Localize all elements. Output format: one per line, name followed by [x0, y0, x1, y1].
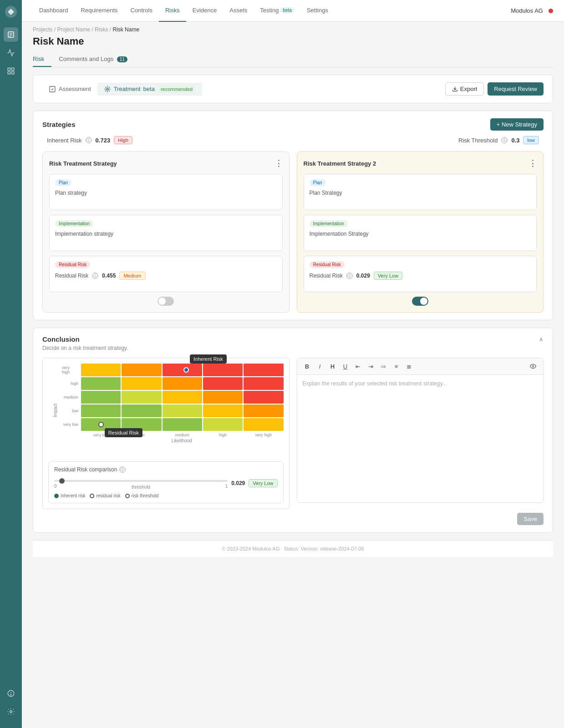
- toolbar-align-center[interactable]: ⇥: [366, 361, 376, 372]
- cell-1-4: [244, 377, 283, 390]
- strategy-1-more-icon[interactable]: ⋮: [274, 158, 283, 168]
- request-review-button[interactable]: Request Review: [488, 82, 544, 96]
- strategy-1-plan-text: Plan strategy: [55, 190, 277, 196]
- strategies-card: Strategies + New Strategy Inherent Risk …: [33, 111, 553, 320]
- svg-point-16: [532, 365, 534, 367]
- strategy-2-residual-label: Residual Risk: [310, 261, 345, 268]
- save-button[interactable]: Save: [517, 513, 544, 525]
- nav-requirements[interactable]: Requirements: [75, 0, 124, 22]
- inherent-risk-info-icon[interactable]: ⓘ: [86, 137, 92, 143]
- toolbar-heading[interactable]: H: [327, 361, 338, 372]
- toolbar-list-unordered[interactable]: ≣: [404, 361, 415, 372]
- risk-threshold-badge: low: [523, 136, 539, 144]
- tab-comments[interactable]: Comments and Logs 11: [59, 52, 135, 67]
- inherent-risk-badge: High: [114, 136, 132, 144]
- toolbar-preview[interactable]: [528, 361, 539, 372]
- nav-risks[interactable]: Risks: [159, 0, 186, 22]
- breadcrumb-projects[interactable]: Projects: [33, 26, 52, 33]
- tab-assessment[interactable]: Assessment: [42, 83, 97, 96]
- inherent-risk-dot: [183, 367, 189, 373]
- toolbar-italic[interactable]: I: [315, 361, 325, 372]
- treatment-tabs: Assessment Treatment beta recommended: [42, 83, 202, 96]
- strategy-1-plan-label: Plan: [55, 179, 71, 186]
- strategy-card-1: Risk Treatment Strategy ⋮ Plan Plan stra…: [42, 152, 290, 313]
- strategy-card-2: Risk Treatment Strategy 2 ⋮ Plan Plan St…: [297, 152, 544, 313]
- new-strategy-button[interactable]: + New Strategy: [490, 118, 544, 131]
- nav-settings[interactable]: Settings: [300, 0, 335, 22]
- legend-row: inherent risk residual risk risk thresho…: [54, 493, 278, 498]
- risk-matrix-container: Impact very high: [42, 358, 290, 509]
- slider-threshold-label: threshold: [132, 485, 150, 490]
- sidebar-item-grid[interactable]: [4, 64, 18, 78]
- comparison-info-icon[interactable]: ⓘ: [119, 466, 126, 473]
- cell-0-2: Inherent Risk: [163, 364, 202, 376]
- user-label[interactable]: Modulos AG: [511, 7, 543, 14]
- strategy-2-residual-text: Residual Risk: [310, 273, 343, 279]
- toolbar-bold[interactable]: B: [302, 361, 313, 372]
- breadcrumb-risks[interactable]: Risks: [95, 26, 108, 33]
- strategy-2-title: Risk Treatment Strategy 2: [304, 160, 376, 167]
- editor-area[interactable]: Explain the results of your selected ris…: [297, 375, 544, 502]
- svg-rect-5: [8, 68, 10, 70]
- comparison-box: Residual Risk comparison ⓘ 0: [48, 461, 284, 503]
- slider-min: 0: [54, 484, 57, 490]
- x-labels-row: very low low medium high very high: [62, 433, 284, 437]
- strategies-title: Strategies: [42, 121, 76, 128]
- editor-toolbar: B I H U ⇤ ⇥ ⇨ ≡ ≣: [297, 358, 544, 375]
- comparison-value: 0.029: [231, 480, 245, 486]
- conclusion-chevron-icon[interactable]: ∧: [539, 336, 544, 343]
- sidebar-item-info[interactable]: [4, 686, 18, 701]
- toolbar-align-left[interactable]: ⇤: [353, 361, 364, 372]
- nav-dashboard[interactable]: Dashboard: [33, 0, 75, 22]
- legend-threshold-label: risk threshold: [132, 493, 158, 498]
- y-label-4: very low: [62, 418, 80, 431]
- residual-risk-tooltip: Residual Risk: [105, 428, 142, 437]
- slider-track: [54, 480, 228, 482]
- tab-treatment[interactable]: Treatment beta recommended: [97, 83, 202, 96]
- sidebar-item-docs[interactable]: [4, 27, 18, 42]
- toolbar-list-ordered[interactable]: ≡: [391, 361, 402, 372]
- strategy-2-toggle[interactable]: [412, 297, 428, 306]
- strategy-2-residual-info-icon[interactable]: ⓘ: [346, 273, 353, 279]
- svg-rect-6: [12, 68, 14, 70]
- x-label-2: medium: [163, 433, 202, 437]
- risk-threshold-info: Risk Threshold ⓘ 0.3 low: [458, 136, 539, 144]
- conclusion-card: Conclusion ∧ Decide on a risk treatment …: [33, 328, 553, 533]
- editor-placeholder: Explain the results of your selected ris…: [303, 380, 447, 387]
- risk-threshold-info-icon[interactable]: ⓘ: [501, 137, 508, 143]
- cell-3-4: [244, 404, 283, 417]
- nav-assets[interactable]: Assets: [223, 0, 254, 22]
- strategy-1-residual-text: Residual Risk: [55, 273, 88, 279]
- cell-1-3: [203, 377, 243, 390]
- toolbar-align-right[interactable]: ⇨: [378, 361, 389, 372]
- nav-controls[interactable]: Controls: [124, 0, 159, 22]
- sidebar-item-chart[interactable]: [4, 46, 18, 60]
- strategy-2-more-icon[interactable]: ⋮: [528, 158, 537, 168]
- nav-evidence[interactable]: Evidence: [186, 0, 223, 22]
- strategy-1-title: Risk Treatment Strategy: [49, 160, 117, 167]
- cell-3-0: [81, 404, 121, 417]
- y-label-2: medium: [62, 391, 80, 404]
- treatment-card: Assessment Treatment beta recommended Ex…: [33, 75, 553, 103]
- toolbar-underline[interactable]: U: [340, 361, 351, 372]
- sidebar-item-settings[interactable]: [4, 704, 18, 719]
- conclusion-subtitle: Decide on a risk treatment strategy.: [42, 345, 544, 351]
- residual-risk-dot: [98, 422, 104, 427]
- strategy-2-residual-box: Residual Risk Residual Risk ⓘ 0.029 Very…: [304, 256, 537, 292]
- strategy-1-residual-info-icon[interactable]: ⓘ: [92, 273, 98, 279]
- strategy-1-toggle[interactable]: [158, 297, 174, 306]
- strategy-1-residual-badge: Medium: [119, 272, 145, 280]
- svg-point-11: [10, 694, 11, 695]
- export-button[interactable]: Export: [445, 82, 484, 96]
- tab-risk[interactable]: Risk: [33, 52, 51, 67]
- nav-testing[interactable]: Testing beta: [254, 0, 300, 22]
- slider-max: 1: [225, 484, 228, 490]
- cell-2-4: [244, 391, 283, 404]
- strategy-2-impl-text: Implementation Strategy: [310, 231, 531, 237]
- notification-dot[interactable]: [549, 9, 553, 13]
- legend-inherent-dot: [54, 494, 59, 498]
- legend-residual-dot: [90, 494, 94, 498]
- breadcrumb-project-name[interactable]: Project Name: [57, 26, 90, 33]
- editor-container: B I H U ⇤ ⇥ ⇨ ≡ ≣: [297, 358, 544, 503]
- cell-0-1: [122, 364, 161, 376]
